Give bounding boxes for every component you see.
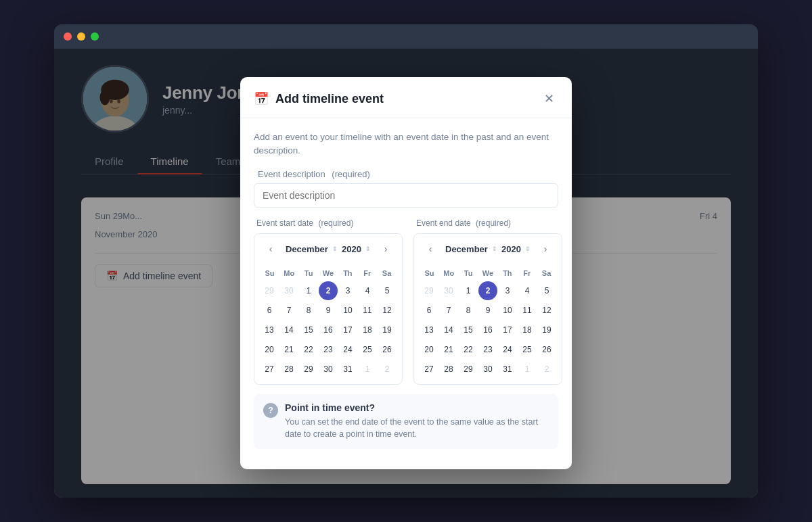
calendar-day[interactable]: 8 <box>299 301 318 320</box>
weekday-th: Th <box>338 266 357 280</box>
calendar-day[interactable]: 10 <box>498 301 517 320</box>
calendar-day[interactable]: 6 <box>260 301 279 320</box>
calendar-day[interactable]: 3 <box>498 281 517 300</box>
calendar-day[interactable]: 31 <box>338 360 357 379</box>
calendar-day[interactable]: 29 <box>299 360 318 379</box>
calendar-day[interactable]: 5 <box>537 281 556 300</box>
calendar-day[interactable]: 22 <box>299 340 318 359</box>
calendar-day[interactable]: 13 <box>260 321 279 339</box>
modal-description: Add an event to your timeline with an ev… <box>254 130 558 158</box>
calendar-day[interactable]: 30 <box>319 360 338 379</box>
calendar-day[interactable]: 16 <box>478 321 497 339</box>
calendar-day[interactable]: 2 <box>478 281 497 300</box>
calendar-day[interactable]: 20 <box>260 340 279 359</box>
calendar-day[interactable]: 26 <box>537 340 556 359</box>
end-date-label: Event end date (required) <box>413 218 562 228</box>
end-date-section: Event end date (required) ‹ Dece <box>413 218 562 385</box>
event-description-label: Event description (required) <box>254 169 558 179</box>
calendar-day[interactable]: 16 <box>319 321 338 339</box>
calendar-day[interactable]: 14 <box>279 321 298 339</box>
start-cal-next-button[interactable]: › <box>378 241 394 257</box>
end-weekday-sa: Sa <box>537 266 556 280</box>
calendar-day[interactable]: 28 <box>279 360 298 379</box>
calendar-day[interactable]: 15 <box>299 321 318 339</box>
calendar-day[interactable]: 2 <box>319 281 338 300</box>
end-weekday-fr: Fr <box>517 266 537 280</box>
point-in-time-title: Point in time event? <box>285 402 549 413</box>
calendar-day[interactable]: 9 <box>319 301 338 320</box>
end-cal-prev-button[interactable]: ‹ <box>422 241 438 257</box>
calendar-day[interactable]: 19 <box>537 321 556 339</box>
calendar-day[interactable]: 5 <box>378 281 397 300</box>
calendar-day[interactable]: 21 <box>439 340 458 359</box>
event-description-input[interactable] <box>254 183 558 208</box>
calendar-day[interactable]: 10 <box>338 301 357 320</box>
start-cal-year-select[interactable]: 2020 <box>342 244 371 254</box>
end-cal-header: ‹ December <box>414 234 562 264</box>
calendar-day[interactable]: 1 <box>358 360 377 379</box>
calendar-day[interactable]: 29 <box>459 360 478 379</box>
end-weekday-we: We <box>478 266 498 280</box>
calendar-day[interactable]: 30 <box>439 281 458 300</box>
calendar-day[interactable]: 29 <box>420 281 438 300</box>
calendar-day[interactable]: 27 <box>420 360 438 379</box>
calendar-day[interactable]: 17 <box>498 321 517 339</box>
calendar-day[interactable]: 28 <box>439 360 458 379</box>
calendar-day[interactable]: 7 <box>279 301 298 320</box>
modal-close-button[interactable]: ✕ <box>539 89 558 108</box>
calendar-day[interactable]: 19 <box>378 321 397 339</box>
start-cal-prev-button[interactable]: ‹ <box>263 241 279 257</box>
calendar-day[interactable]: 1 <box>299 281 318 300</box>
calendar-day[interactable]: 1 <box>459 281 478 300</box>
minimize-window-button[interactable] <box>77 32 85 41</box>
weekday-we: We <box>319 266 338 280</box>
calendar-day[interactable]: 3 <box>338 281 357 300</box>
calendar-day[interactable]: 12 <box>537 301 556 320</box>
calendar-day[interactable]: 13 <box>420 321 438 339</box>
calendar-day[interactable]: 14 <box>439 321 458 339</box>
calendar-day[interactable]: 9 <box>478 301 497 320</box>
end-weekday-su: Su <box>420 266 439 280</box>
calendar-day[interactable]: 24 <box>338 340 357 359</box>
calendar-day[interactable]: 15 <box>459 321 478 339</box>
calendar-day[interactable]: 17 <box>338 321 357 339</box>
calendar-day[interactable]: 7 <box>439 301 458 320</box>
calendar-day[interactable]: 29 <box>260 281 279 300</box>
calendar-day[interactable]: 25 <box>518 340 537 359</box>
weekday-mo: Mo <box>279 266 299 280</box>
calendar-day[interactable]: 4 <box>358 281 377 300</box>
calendar-day[interactable]: 4 <box>518 281 537 300</box>
calendar-day[interactable]: 27 <box>260 360 279 379</box>
calendar-day[interactable]: 11 <box>358 301 377 320</box>
start-cal-weekdays: Su Mo Tu We Th Fr Sa <box>260 266 397 280</box>
calendar-day[interactable]: 12 <box>378 301 397 320</box>
calendar-day[interactable]: 25 <box>358 340 377 359</box>
end-cal-month-select[interactable]: December <box>445 244 497 254</box>
modal-title-area: 📅 Add timeline event <box>254 91 384 106</box>
calendar-day[interactable]: 22 <box>459 340 478 359</box>
calendar-day[interactable]: 30 <box>478 360 497 379</box>
calendar-day[interactable]: 26 <box>378 340 397 359</box>
start-cal-month-select[interactable]: December <box>286 244 338 254</box>
modal-header: 📅 Add timeline event ✕ <box>240 77 572 118</box>
calendar-day[interactable]: 11 <box>518 301 537 320</box>
calendar-day[interactable]: 21 <box>279 340 298 359</box>
point-in-time-content: Point in time event? You can set the end… <box>285 402 549 442</box>
calendar-day[interactable]: 31 <box>498 360 517 379</box>
calendar-day[interactable]: 2 <box>378 360 397 379</box>
maximize-window-button[interactable] <box>91 32 99 41</box>
end-cal-year-select[interactable]: 2020 <box>501 244 531 254</box>
calendar-day[interactable]: 1 <box>518 360 537 379</box>
calendar-day[interactable]: 8 <box>459 301 478 320</box>
calendar-day[interactable]: 2 <box>537 360 556 379</box>
calendar-day[interactable]: 18 <box>358 321 377 339</box>
calendar-day[interactable]: 6 <box>420 301 438 320</box>
calendar-day[interactable]: 24 <box>498 340 517 359</box>
calendar-day[interactable]: 20 <box>420 340 438 359</box>
calendar-day[interactable]: 30 <box>279 281 298 300</box>
close-window-button[interactable] <box>64 32 72 41</box>
calendar-day[interactable]: 23 <box>478 340 497 359</box>
end-cal-next-button[interactable]: › <box>537 241 554 257</box>
calendar-day[interactable]: 18 <box>518 321 537 339</box>
calendar-day[interactable]: 23 <box>319 340 338 359</box>
